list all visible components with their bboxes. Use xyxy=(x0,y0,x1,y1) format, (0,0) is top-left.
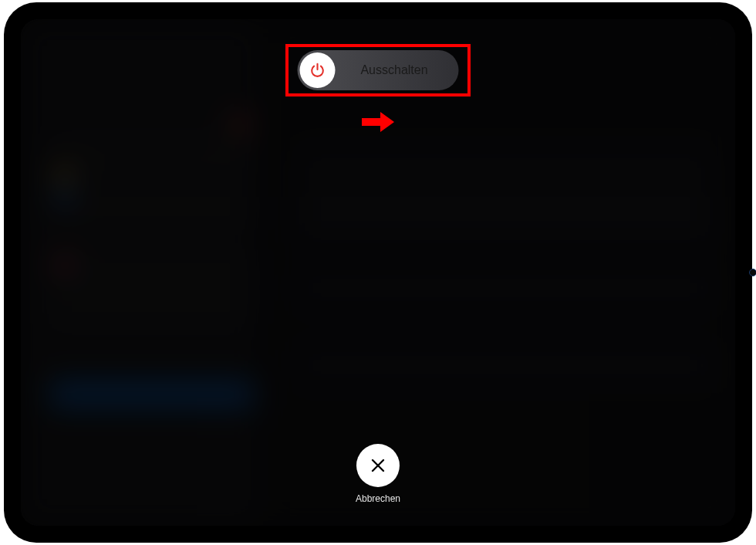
power-slider-knob[interactable] xyxy=(300,52,336,88)
power-off-slider[interactable]: Ausschalten xyxy=(298,50,459,90)
ipad-device-frame: Ausschalten Abbrechen xyxy=(4,2,752,543)
device-camera xyxy=(749,269,756,276)
cancel-button[interactable] xyxy=(356,444,400,487)
cancel-label: Abbrechen xyxy=(356,493,400,504)
close-icon xyxy=(370,458,386,473)
power-slider-label: Ausschalten xyxy=(344,63,445,77)
power-icon xyxy=(309,62,326,79)
cancel-container: Abbrechen xyxy=(356,444,400,504)
device-screen: Ausschalten Abbrechen xyxy=(21,19,735,526)
power-off-slider-container: Ausschalten xyxy=(298,50,459,90)
